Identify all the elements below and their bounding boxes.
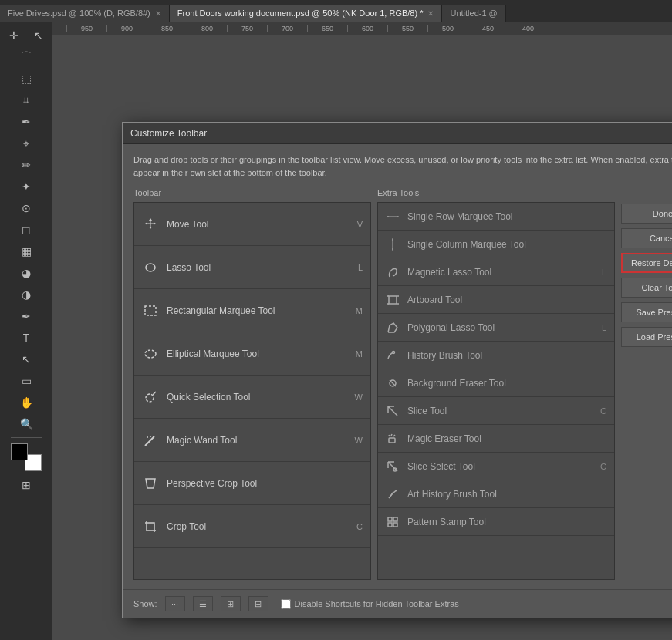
extra-item-polygonal-lasso[interactable]: Polygonal Lasso Tool L — [378, 314, 614, 342]
toolbar-item-lasso[interactable]: Lasso Tool L — [134, 246, 370, 289]
tab-3[interactable]: Untitled-1 @ — [442, 5, 505, 22]
tool-crop[interactable]: ⌗ — [15, 89, 38, 111]
canvas-area: 950 900 850 800 750 700 650 600 550 500 … — [52, 22, 672, 640]
ruler-marks: 950 900 850 800 750 700 650 600 550 500 … — [66, 25, 548, 32]
polygonal-lasso-icon — [386, 321, 400, 335]
ellipse-marquee-name: Elliptical Marquee Tool — [167, 349, 348, 359]
extra-item-magic-eraser[interactable]: Magic Eraser Tool — [378, 425, 614, 453]
show-compact-button[interactable]: ⊟ — [248, 596, 268, 611]
cancel-button[interactable]: Cancel — [621, 228, 672, 248]
svg-point-0 — [146, 264, 155, 271]
extra-item-single-row[interactable]: Single Row Marquee Tool — [378, 203, 614, 231]
extra-tools-header: Extra Tools — [377, 188, 615, 197]
ruler-mark-4: 800 — [187, 25, 227, 32]
extra-tools-list[interactable]: Single Row Marquee Tool Single Column Ma… — [377, 202, 615, 580]
extra-item-magnetic-lasso[interactable]: Magnetic Lasso Tool L — [378, 258, 614, 286]
svg-line-27 — [389, 435, 390, 436]
magnetic-lasso-icon — [386, 265, 400, 279]
pattern-stamp-icon — [386, 515, 400, 529]
extra-item-history-brush[interactable]: History Brush Tool — [378, 342, 614, 369]
tool-extra[interactable]: ⊞ — [15, 474, 38, 496]
extra-item-single-col[interactable]: Single Column Marquee Tool — [378, 231, 614, 258]
fg-color[interactable] — [11, 443, 28, 460]
toolbar-column: Toolbar Move Tool V — [133, 188, 371, 580]
show-dots-button[interactable]: ··· — [165, 596, 185, 611]
slice-select-name: Slice Select Tool — [407, 461, 593, 472]
tool-move[interactable]: ✛ — [2, 25, 25, 46]
tool-pen[interactable]: ✒ — [15, 305, 38, 327]
tool-path-select[interactable]: ↖ — [15, 349, 38, 370]
toolbar-item-ellipse-marquee[interactable]: Elliptical Marquee Tool M — [134, 332, 370, 376]
artboard-name: Artboard Tool — [407, 295, 606, 305]
tab-bar: Five Drives.psd @ 100% (D, RGB/8#) ✕ Fro… — [0, 0, 672, 22]
ruler-mark-11: 450 — [468, 25, 508, 32]
lasso-tool-shortcut: L — [358, 263, 363, 272]
svg-line-6 — [145, 440, 151, 446]
dialog-description: Drag and drop tools or their groupings i… — [133, 153, 672, 179]
tool-zoom[interactable]: 🔍 — [15, 413, 38, 435]
tab-1-close[interactable]: ✕ — [155, 9, 161, 18]
crop-tool-name: Crop Tool — [167, 521, 349, 532]
tab-1[interactable]: Five Drives.psd @ 100% (D, RGB/8#) ✕ — [0, 5, 170, 22]
ruler-mark-10: 500 — [427, 25, 468, 32]
toolbar-item-rect-marquee[interactable]: Rectangular Marquee Tool M — [134, 289, 370, 332]
fg-bg-colors[interactable] — [11, 443, 42, 471]
disable-shortcuts-label: Disable Shortcuts for Hidden Toolbar Ext… — [295, 599, 459, 608]
toolbar-list[interactable]: Move Tool V Lasso Tool L — [133, 202, 371, 580]
svg-line-4 — [153, 392, 156, 395]
toolbar-column-header: Toolbar — [133, 188, 371, 197]
clear-tools-button[interactable]: Clear Tools — [621, 278, 672, 298]
tool-marquee[interactable]: ⬚ — [15, 68, 38, 89]
single-col-name: Single Column Marquee Tool — [407, 239, 606, 250]
toolbar-item-move[interactable]: Move Tool V — [134, 203, 370, 246]
dialog-body: Drag and drop tools or their groupings i… — [123, 144, 672, 589]
show-grid-button[interactable]: ⊞ — [221, 596, 241, 611]
restore-defaults-button[interactable]: Restore Defaults — [621, 253, 672, 273]
tool-dodge[interactable]: ◑ — [15, 284, 38, 305]
toolbar-item-crop[interactable]: Crop Tool C — [134, 505, 370, 548]
quick-select-shortcut: W — [355, 392, 363, 402]
disable-shortcuts-checkbox[interactable] — [281, 599, 291, 609]
done-button[interactable]: Done — [621, 204, 672, 224]
ruler-top: 950 900 850 800 750 700 650 600 550 500 … — [52, 22, 672, 35]
svg-rect-30 — [393, 517, 397, 521]
extra-item-bg-eraser[interactable]: Background Eraser Tool — [378, 369, 614, 397]
single-col-icon — [386, 237, 400, 251]
tool-lasso[interactable]: ⌒ — [15, 46, 38, 68]
extra-item-pattern-stamp[interactable]: Pattern Stamp Tool — [378, 508, 614, 536]
tab-2[interactable]: Front Doors working document.psd @ 50% (… — [170, 5, 443, 22]
extra-item-artboard[interactable]: Artboard Tool — [378, 286, 614, 314]
dialog-columns: Toolbar Move Tool V — [133, 188, 672, 580]
extra-item-art-history-brush[interactable]: Art History Brush Tool — [378, 480, 614, 508]
ellipse-marquee-shortcut: M — [356, 349, 363, 359]
load-preset-button[interactable]: Load Preset... — [621, 327, 672, 347]
tool-hand[interactable]: ✋ — [15, 392, 38, 413]
tool-type[interactable]: T — [15, 327, 38, 349]
toolbar-item-quick-select[interactable]: Quick Selection Tool W — [134, 376, 370, 419]
tool-clone[interactable]: ✦ — [15, 176, 38, 197]
magic-eraser-name: Magic Eraser Tool — [407, 433, 606, 444]
tool-eyedropper[interactable]: ✒ — [15, 111, 38, 133]
tab-2-close[interactable]: ✕ — [427, 9, 434, 18]
toolbar-item-perspective-crop[interactable]: Perspective Crop Tool — [134, 462, 370, 505]
tool-heal[interactable]: ⌖ — [15, 133, 38, 154]
tool-eraser[interactable]: ◻ — [15, 219, 38, 241]
tool-brush[interactable]: ✏ — [15, 154, 38, 176]
magic-wand-shortcut: W — [355, 436, 363, 445]
save-preset-button[interactable]: Save Preset... — [621, 302, 672, 322]
tool-blur[interactable]: ◕ — [15, 262, 38, 284]
extra-item-slice[interactable]: Slice Tool C — [378, 397, 614, 425]
tool-gradient[interactable]: ▦ — [15, 241, 38, 262]
polygonal-lasso-name: Polygonal Lasso Tool — [407, 322, 594, 333]
show-list-button[interactable]: ☰ — [193, 596, 213, 611]
dialog-title-bar: Customize Toolbar ✕ — [123, 123, 672, 144]
svg-rect-16 — [389, 296, 397, 304]
extra-item-slice-select[interactable]: Slice Select Tool C — [378, 453, 614, 480]
toolbar-item-magic-wand[interactable]: Magic Wand Tool W — [134, 419, 370, 462]
tool-history[interactable]: ⊙ — [15, 197, 38, 219]
svg-rect-24 — [389, 438, 395, 443]
move-tool-name: Move Tool — [167, 219, 350, 230]
tool-select[interactable]: ↖ — [27, 25, 50, 46]
crop-tool-shortcut: C — [356, 522, 363, 531]
tool-shape[interactable]: ▭ — [15, 370, 38, 392]
